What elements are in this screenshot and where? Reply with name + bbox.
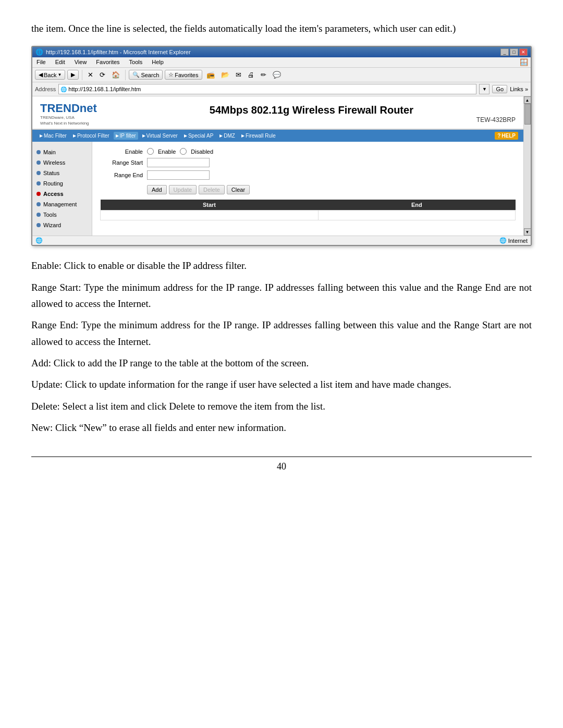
desc-new: New: Click “New” to erase all fields and… [31,419,532,436]
scroll-thumb[interactable] [524,104,531,125]
desc-range-end: Range End: Type the minimum address for … [31,317,532,350]
tab-firewall-rule[interactable]: ▶ Firewall Rule [239,132,278,140]
sidebar-item-tools[interactable]: Tools [32,209,92,220]
mail-button[interactable]: ✉ [234,69,243,80]
address-favicon: 🌐 [60,87,67,92]
titlebar-left: 🌐 http://192.168.1.1/ipfilter.htm - Micr… [35,48,191,56]
ip-filter-table: Start End [100,200,516,220]
back-button[interactable]: ◀ Back ▼ [35,70,65,80]
menu-favorites[interactable]: Favorites [94,58,121,66]
minimize-button[interactable]: _ [500,48,509,56]
history-button[interactable]: 📂 [219,69,231,80]
menu-view[interactable]: View [73,58,89,66]
router-nav-tabs: ▶ Mac Filter ▶ Protocol Filter ▶ IP filt… [32,130,523,142]
enable-radio[interactable] [147,148,154,155]
address-combo-arrow[interactable]: ▼ [479,84,489,94]
toolbar-separator-2 [125,70,126,80]
edit-button[interactable]: ✏ [259,69,268,80]
table-header-end: End [318,200,515,211]
browser-titlebar: 🌐 http://192.168.1.1/ipfilter.htm - Micr… [32,47,531,57]
sidebar-item-routing[interactable]: Routing [32,178,92,189]
forward-arrow-icon: ▶ [71,71,75,78]
windows-flag-icon: 🪟 [520,58,528,66]
add-button[interactable]: Add [147,185,167,194]
desc-delete: Delete: Select a list item and click Del… [31,398,532,414]
home-button[interactable]: 🏠 [109,69,122,80]
intro-paragraph: the item. Once the line is selected, the… [31,21,532,36]
sidebar-status-label: Status [43,170,59,176]
table-body [101,211,516,220]
tab-dmz[interactable]: ▶ DMZ [217,132,237,140]
enable-radio-group: Enable Disabled [147,148,213,155]
scrollbar[interactable]: ▲ ▼ [523,96,531,236]
disabled-radio[interactable] [180,148,187,155]
browser-window: 🌐 http://192.168.1.1/ipfilter.htm - Micr… [31,46,532,246]
print-button[interactable]: 🖨 [246,69,256,80]
menu-edit[interactable]: Edit [54,58,67,66]
titlebar-controls: _ □ ✕ [500,48,528,56]
address-input[interactable] [68,86,474,92]
favorites-button[interactable]: ☆ Favorites [165,70,202,80]
tab-ip-filter-label: IP filter [120,133,136,139]
delete-button[interactable]: Delete [199,185,225,194]
tab-protocol-filter[interactable]: ▶ Protocol Filter [71,132,112,140]
status-internet: 🌐 Internet [499,237,528,244]
clear-button[interactable]: Clear [227,185,250,194]
tab-firewall-rule-label: Firewall Rule [246,133,276,139]
enable-option-label: Enable [158,149,176,155]
sidebar-item-wizard[interactable]: Wizard [32,220,92,230]
scroll-down-button[interactable]: ▼ [524,228,531,236]
menu-help[interactable]: Help [150,58,165,66]
table-row-empty [101,211,516,220]
range-start-input[interactable] [147,158,210,167]
router-page: TRENDnet TRENDware, USA What's Next in N… [32,96,523,236]
browser-menubar: File Edit View Favorites Tools Help 🪟 [32,57,531,68]
sidebar-tools-label: Tools [43,212,57,218]
sidebar-dot-access [36,192,41,196]
search-button[interactable]: 🔍 Search [129,70,163,80]
discuss-button[interactable]: 💬 [271,69,283,80]
close-button[interactable]: ✕ [519,48,528,56]
address-label: Address [35,86,56,92]
tab-special-ap[interactable]: ▶ Special AP [182,132,215,140]
sidebar-item-main[interactable]: Main [32,147,92,157]
sidebar-item-wireless[interactable]: Wireless [32,157,92,168]
menu-file[interactable]: File [35,58,47,66]
enable-row: Enable Enable Disabled [100,148,516,155]
tab-ip-filter[interactable]: ▶ IP filter [114,132,138,140]
sidebar-dot-management [36,202,41,206]
sidebar-main-label: Main [43,149,56,155]
tab-dmz-label: DMZ [224,133,235,139]
tab-virtual-server[interactable]: ▶ Virtual Server [140,132,180,140]
browser-content-area: TRENDnet TRENDware, USA What's Next in N… [32,96,531,236]
media-button[interactable]: 📻 [204,69,217,80]
refresh-button[interactable]: ⟳ [97,69,107,80]
sidebar-item-access[interactable]: Access [32,189,92,199]
tab-mac-filter[interactable]: ▶ Mac Filter [38,132,69,140]
sidebar-item-status[interactable]: Status [32,168,92,178]
go-button[interactable]: Go [492,85,507,93]
action-buttons: Add Update Delete Clear [147,185,516,194]
sidebar-dot-wizard [36,223,41,227]
scroll-up-button[interactable]: ▲ [524,96,531,104]
desc-update: Update: Click to update information for … [31,376,532,392]
links-button[interactable]: Links » [510,86,528,92]
tab-help[interactable]: ? HELP [495,132,518,140]
update-button[interactable]: Update [169,185,197,194]
brand-tagline2: What's Next in Networking [40,121,97,126]
forward-button[interactable]: ▶ [67,70,79,80]
back-arrow-icon: ◀ [39,71,43,78]
router-model: TEW-432BRP [107,116,516,124]
browser-toolbar: ◀ Back ▼ ▶ ✕ ⟳ 🏠 🔍 Search ☆ Favorites 📻 … [32,68,531,82]
sidebar-routing-label: Routing [43,180,63,187]
tab-mac-filter-label: Mac Filter [44,133,67,139]
router-title-box: 54Mbps 802.11g Wireless Firewall Router … [107,104,516,124]
sidebar-dot-main [36,150,41,154]
disabled-option-label: Disabled [191,149,213,155]
sidebar-item-management[interactable]: Management [32,199,92,209]
stop-button[interactable]: ✕ [85,69,95,80]
maximize-button[interactable]: □ [510,48,518,56]
star-icon: ☆ [168,71,174,78]
range-end-input[interactable] [147,170,210,180]
menu-tools[interactable]: Tools [128,58,144,66]
